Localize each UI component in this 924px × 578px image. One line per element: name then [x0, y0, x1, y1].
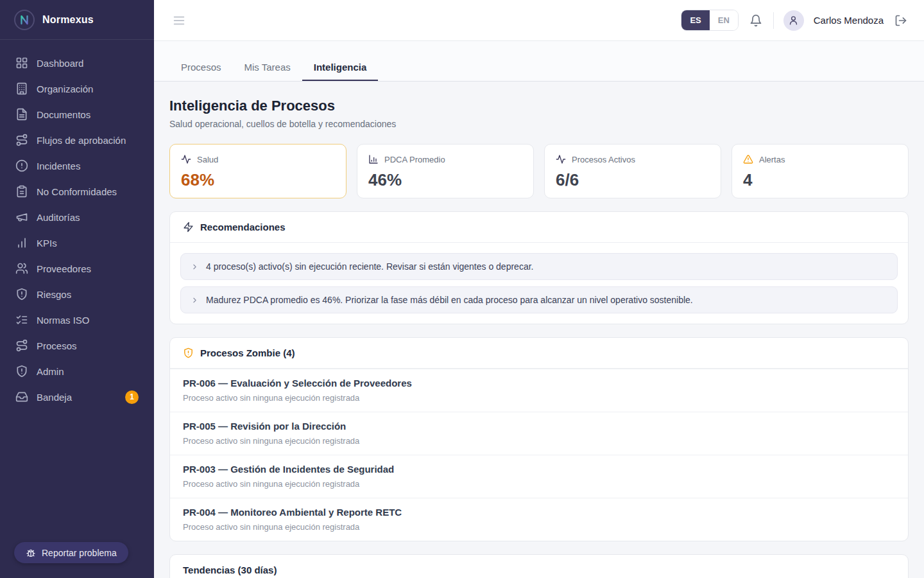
- bug-icon: [26, 548, 36, 558]
- zombie-row: PR-005 — Revisión por la Dirección Proce…: [170, 412, 908, 455]
- sidebar: Normexus Dashboard Organización Document…: [0, 0, 154, 578]
- stat-card-pdca: PDCA Promedio 46%: [357, 144, 534, 198]
- menu-icon[interactable]: [169, 11, 189, 30]
- recommendations-panel: Recomendaciones 4 proceso(s) activo(s) s…: [169, 211, 909, 324]
- header-divider: [773, 12, 774, 29]
- process-subtitle: Proceso activo sin ninguna ejecución reg…: [183, 479, 895, 489]
- language-toggle: ES EN: [681, 10, 738, 31]
- sidebar-item-label: Procesos: [37, 340, 77, 351]
- recommendation-item: Madurez PDCA promedio es 46%. Priorizar …: [180, 286, 898, 313]
- sidebar-item-label: Auditorías: [37, 212, 80, 223]
- stat-value: 6/6: [556, 170, 710, 190]
- brand-logo-icon: [14, 10, 35, 30]
- stat-card-salud: Salud 68%: [169, 144, 346, 198]
- megaphone-icon: [15, 211, 28, 223]
- sidebar-item-procesos[interactable]: Procesos: [0, 333, 154, 358]
- sidebar-item-riesgos[interactable]: Riesgos: [0, 281, 154, 307]
- logout-icon[interactable]: [893, 13, 909, 28]
- recommendations-title: Recomendaciones: [200, 222, 286, 232]
- sidebar-item-label: KPIs: [37, 238, 57, 249]
- sidebar-item-organizacion[interactable]: Organización: [0, 76, 154, 101]
- recommendation-item: 4 proceso(s) activo(s) sin ejecución rec…: [180, 253, 898, 280]
- sidebar-item-label: Organización: [37, 83, 93, 94]
- sidebar-item-label: Proveedores: [37, 263, 91, 274]
- tab-inteligencia[interactable]: Inteligencia: [302, 54, 379, 81]
- sidebar-item-kpis[interactable]: KPIs: [0, 230, 154, 256]
- topbar: ES EN Carlos Mendoza: [154, 0, 924, 41]
- sidebar-item-label: Dashboard: [37, 58, 83, 69]
- recommendations-list: 4 proceso(s) activo(s) sin ejecución rec…: [170, 243, 908, 324]
- stat-card-alertas: Alertas 4: [732, 144, 909, 198]
- document-icon: [15, 108, 28, 121]
- topbar-right: ES EN Carlos Mendoza: [681, 10, 909, 31]
- list-checks-icon: [15, 313, 28, 326]
- process-subtitle: Proceso activo sin ninguna ejecución reg…: [183, 436, 895, 446]
- tab-mis-tareas[interactable]: Mis Tareas: [233, 54, 302, 81]
- page-title: Inteligencia de Procesos: [169, 98, 909, 114]
- report-problem-button[interactable]: Reportar problema: [14, 542, 128, 563]
- sidebar-item-normas-iso[interactable]: Normas ISO: [0, 307, 154, 333]
- alert-triangle-icon: [743, 154, 753, 164]
- sidebar-item-bandeja[interactable]: Bandeja 1: [0, 384, 154, 410]
- process-subtitle: Proceso activo sin ninguna ejecución reg…: [183, 522, 895, 532]
- sidebar-item-admin[interactable]: Admin: [0, 358, 154, 384]
- sidebar-item-label: Normas ISO: [37, 315, 90, 326]
- sidebar-item-label: Admin: [37, 366, 64, 377]
- inbox-badge: 1: [125, 390, 139, 404]
- zombie-title: Procesos Zombie (4): [200, 347, 295, 358]
- sidebar-header: Normexus: [0, 0, 154, 40]
- recommendation-text: 4 proceso(s) activo(s) sin ejecución rec…: [206, 261, 533, 272]
- process-title: PR-005 — Revisión por la Dirección: [183, 421, 895, 432]
- chevron-right-icon: [191, 296, 199, 304]
- stat-value: 68%: [181, 170, 335, 190]
- sidebar-item-documentos[interactable]: Documentos: [0, 101, 154, 127]
- process-title: PR-006 — Evaluación y Selección de Prove…: [183, 378, 895, 389]
- sidebar-item-no-conformidades[interactable]: No Conformidades: [0, 179, 154, 204]
- page-content: Inteligencia de Procesos Salud operacion…: [154, 82, 924, 578]
- sidebar-item-auditorias[interactable]: Auditorías: [0, 204, 154, 230]
- tab-bar: Procesos Mis Tareas Inteligencia: [154, 41, 924, 82]
- page-subtitle: Salud operacional, cuellos de botella y …: [169, 119, 909, 129]
- avatar[interactable]: [783, 10, 804, 31]
- sidebar-item-incidentes[interactable]: Incidentes: [0, 153, 154, 179]
- stat-card-procesos-activos: Procesos Activos 6/6: [544, 144, 721, 198]
- zombie-header: Procesos Zombie (4): [170, 338, 908, 369]
- activity-icon: [556, 154, 566, 164]
- stat-value: 46%: [368, 170, 522, 190]
- chevron-right-icon: [191, 263, 199, 271]
- shield-alert-icon: [15, 288, 28, 301]
- tab-procesos[interactable]: Procesos: [169, 54, 233, 81]
- zombie-panel: Procesos Zombie (4) PR-006 — Evaluación …: [169, 337, 909, 541]
- building-icon: [15, 82, 28, 95]
- zap-icon: [183, 222, 194, 232]
- lang-es-button[interactable]: ES: [681, 10, 709, 30]
- chart-axis-icon: [368, 154, 379, 164]
- bell-icon[interactable]: [748, 13, 764, 28]
- sidebar-item-dashboard[interactable]: Dashboard: [0, 50, 154, 76]
- stat-label: Procesos Activos: [572, 155, 635, 164]
- trends-header: Tendencias (30 días): [170, 555, 908, 578]
- process-title: PR-004 — Monitoreo Ambiental y Reporte R…: [183, 507, 895, 518]
- alert-circle-icon: [15, 159, 28, 172]
- sidebar-item-label: Riesgos: [37, 289, 71, 300]
- stats-row: Salud 68% PDCA Promedio 46% Procesos Act…: [169, 144, 909, 198]
- app-root: Normexus Dashboard Organización Document…: [0, 0, 924, 578]
- route-icon: [15, 339, 28, 352]
- sidebar-item-label: Flujos de aprobación: [37, 135, 126, 146]
- sidebar-item-proveedores[interactable]: Proveedores: [0, 256, 154, 281]
- recommendation-text: Madurez PDCA promedio es 46%. Priorizar …: [206, 295, 693, 305]
- lang-en-button[interactable]: EN: [710, 10, 738, 30]
- main-area: ES EN Carlos Mendoza Procesos Mis Tareas…: [154, 0, 924, 578]
- route-icon: [15, 134, 28, 146]
- trends-panel: Tendencias (30 días): [169, 554, 909, 578]
- user-name: Carlos Mendoza: [814, 15, 884, 26]
- brand-name: Normexus: [42, 14, 94, 26]
- process-subtitle: Proceso activo sin ninguna ejecución reg…: [183, 393, 895, 403]
- recommendations-header: Recomendaciones: [170, 212, 908, 243]
- sidebar-item-label: Documentos: [37, 109, 90, 120]
- sidebar-item-label: Bandeja: [37, 392, 72, 403]
- zombie-row: PR-006 — Evaluación y Selección de Prove…: [170, 369, 908, 412]
- shield-alert-icon: [183, 347, 194, 358]
- sidebar-item-label: No Conformidades: [37, 186, 117, 197]
- sidebar-item-flujos[interactable]: Flujos de aprobación: [0, 127, 154, 153]
